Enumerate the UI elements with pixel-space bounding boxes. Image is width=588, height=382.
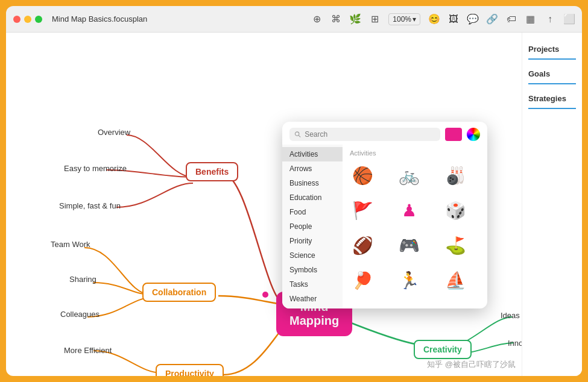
icons-area: Activities 🏀🚲🎳🚩♟🎲🏈🎮⛳🏓🏃⛵ <box>343 145 487 308</box>
simple-fast-fun-label: Simple, fast & fun <box>59 201 121 210</box>
zoom-arrow: ▾ <box>413 15 416 23</box>
minimize-button[interactable] <box>24 16 31 23</box>
icon-sailing[interactable]: ⛵ <box>441 265 471 295</box>
link-icon[interactable]: ⌘ <box>330 14 341 25</box>
search-icon <box>294 131 301 138</box>
titlebar: Mind Map Basics.focusplan ⊕ ⌘ 🌿 ⊞ 100% ▾… <box>6 6 582 33</box>
comment-icon[interactable]: 💬 <box>467 14 478 25</box>
category-tasks[interactable]: Tasks <box>282 277 343 292</box>
search-bar[interactable] <box>289 128 440 141</box>
category-people[interactable]: People <box>282 219 343 234</box>
search-input[interactable] <box>305 130 435 139</box>
toolbar: ⊕ ⌘ 🌿 ⊞ 100% ▾ 😊 🖼 💬 🔗 🏷 ▦ ↑ ⬜ <box>311 13 575 25</box>
overview-label: Overview <box>98 128 130 137</box>
add-node-icon[interactable]: ⊕ <box>311 14 322 25</box>
svg-point-0 <box>262 292 268 298</box>
icon-bicycle[interactable]: 🚲 <box>394 160 424 190</box>
tag-icon[interactable]: 🏷 <box>506 14 517 25</box>
category-activities[interactable]: Activities <box>282 147 343 161</box>
benefits-label: Benefits <box>195 167 229 177</box>
productivity-label: Productivity <box>165 369 214 376</box>
watermark: 知乎 @被自己吓瞎了沙鼠 <box>427 359 516 370</box>
traffic-lights <box>13 16 42 23</box>
icon-ping-pong[interactable]: 🏓 <box>347 265 378 295</box>
icon-flag[interactable]: 🚩 <box>347 195 378 225</box>
category-priority[interactable]: Priority <box>282 234 343 248</box>
colleagues-label: Colleagues <box>60 310 100 319</box>
creativity-label: Creativity <box>423 345 462 354</box>
link2-icon[interactable]: 🔗 <box>487 14 498 25</box>
creativity-node[interactable]: Creativity <box>414 340 472 359</box>
category-business[interactable]: Business <box>282 176 343 190</box>
zoom-control[interactable]: 100% ▾ <box>388 13 420 25</box>
mind-map-canvas: Mind Mapping Benefits Collaboration Prod… <box>6 33 582 376</box>
collaboration-node[interactable]: Collaboration <box>142 283 216 302</box>
color-wheel[interactable] <box>467 128 480 141</box>
category-food[interactable]: Food <box>282 205 343 219</box>
grid-icon[interactable]: ▦ <box>525 14 536 25</box>
category-symbols[interactable]: Symbols <box>282 263 343 277</box>
app-frame: Mind Map Basics.focusplan ⊕ ⌘ 🌿 ⊞ 100% ▾… <box>6 6 582 376</box>
category-science[interactable]: Science <box>282 248 343 263</box>
ideas-label: Ideas <box>501 311 520 320</box>
right-panel: Projects Goals Strategies <box>522 33 582 376</box>
more-efficient-label: More Efficient <box>64 346 112 355</box>
central-line2: Mapping <box>289 314 339 327</box>
benefits-node[interactable]: Benefits <box>186 162 238 181</box>
close-button[interactable] <box>13 16 21 23</box>
category-arrows[interactable]: Arrows <box>282 161 343 176</box>
strategies-item[interactable]: Strategies <box>528 89 576 109</box>
icon-football[interactable]: 🏈 <box>347 230 378 260</box>
projects-item[interactable]: Projects <box>528 40 576 60</box>
image-icon[interactable]: 🖼 <box>448 14 459 25</box>
sharing-label: Sharing <box>69 275 96 284</box>
zoom-value: 100% <box>393 15 411 23</box>
icon-dice[interactable]: 🎲 <box>441 195 471 225</box>
split-icon[interactable]: ⬜ <box>564 14 575 25</box>
icon-chess[interactable]: ♟ <box>394 195 424 225</box>
layout-icon[interactable]: ⊞ <box>369 14 380 25</box>
collaboration-label: Collaboration <box>152 287 206 297</box>
icon-picker-popup: ActivitiesArrowsBusinessEducationFoodPeo… <box>282 122 487 308</box>
share-icon[interactable]: ↑ <box>545 14 555 25</box>
emoji-icon[interactable]: 😊 <box>429 14 440 25</box>
window-title: Mind Map Basics.focusplan <box>52 14 147 23</box>
icon-gamepad[interactable]: 🎮 <box>394 230 424 260</box>
category-weather[interactable]: Weather <box>282 292 343 306</box>
maximize-button[interactable] <box>35 16 42 23</box>
popup-header <box>282 122 487 145</box>
team-work-label: Team Work <box>51 240 90 249</box>
popup-body: ActivitiesArrowsBusinessEducationFoodPeo… <box>282 145 487 308</box>
branch-icon[interactable]: 🌿 <box>350 14 361 25</box>
color-swatch[interactable] <box>445 128 462 141</box>
icon-bowling[interactable]: 🎳 <box>441 160 471 190</box>
icons-grid: 🏀🚲🎳🚩♟🎲🏈🎮⛳🏓🏃⛵ <box>347 160 482 295</box>
category-education[interactable]: Education <box>282 190 343 205</box>
categories-list: ActivitiesArrowsBusinessEducationFoodPeo… <box>282 145 343 308</box>
svg-line-3 <box>299 136 300 137</box>
svg-point-2 <box>295 132 299 136</box>
icon-golf[interactable]: ⛳ <box>441 230 471 260</box>
easy-to-memorize-label: Easy to memorize <box>64 164 127 173</box>
goals-item[interactable]: Goals <box>528 64 576 84</box>
icon-running[interactable]: 🏃 <box>394 265 424 295</box>
productivity-node[interactable]: Productivity <box>156 364 224 376</box>
section-title: Activities <box>347 148 482 160</box>
icon-basketball[interactable]: 🏀 <box>347 160 378 190</box>
